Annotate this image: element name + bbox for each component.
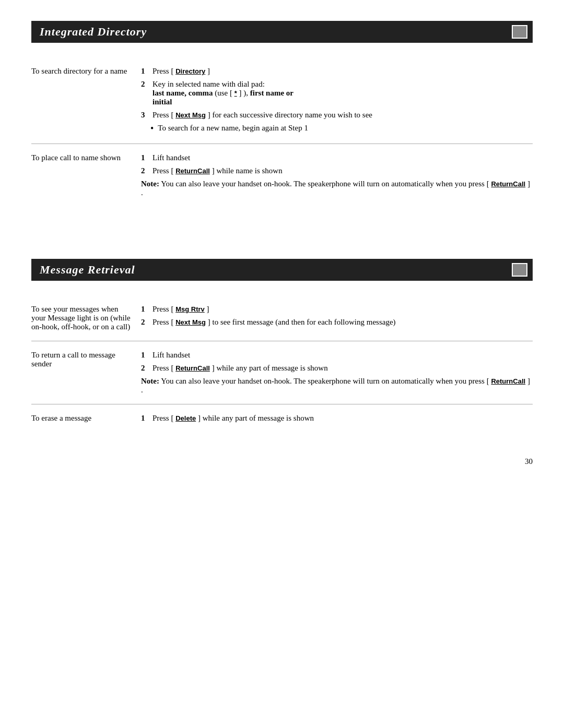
- section-title-integrated-directory: Integrated Directory: [40, 25, 147, 39]
- step-num-2: 3: [141, 111, 152, 120]
- page-number: 30: [31, 457, 533, 466]
- row-1: To return a call to message sender 1 Lif…: [31, 341, 533, 404]
- section-integrated-directory: Integrated Directory To search directory…: [31, 21, 533, 207]
- row-content-1: 1 Lift handset 2 Press [ ReturnCall ] wh…: [141, 351, 533, 395]
- step-text-1: Press [ ReturnCall ] while any part of m…: [152, 364, 533, 373]
- step-0: 1 Press [ Directory ]: [141, 67, 533, 76]
- step-text-2: Press [ Next Msg ] for each successive d…: [152, 111, 533, 120]
- page-content: Integrated Directory To search directory…: [31, 21, 533, 466]
- step-num-0: 1: [141, 351, 152, 360]
- step-num-1: 2: [141, 80, 152, 89]
- note-text: Note: You can also leave your handset on…: [141, 180, 533, 197]
- step-text-1: Press [ ReturnCall ] while name is shown: [152, 166, 533, 175]
- step-1: 2 Press [ ReturnCall ] while any part of…: [141, 364, 533, 373]
- section-header-message-retrieval: Message Retrieval: [31, 259, 533, 281]
- step-2: 3 Press [ Next Msg ] for each successive…: [141, 111, 533, 120]
- step-text-0: Lift handset: [152, 153, 533, 162]
- row-0: To see your messages when your Message l…: [31, 295, 533, 341]
- step-text-1: Key in selected name with dial pad:last …: [152, 80, 533, 106]
- step-1: 2 Key in selected name with dial pad:las…: [141, 80, 533, 106]
- section-header-box: [512, 263, 527, 277]
- step-text-0: Press [ Directory ]: [152, 67, 533, 76]
- step-num-1: 2: [141, 364, 152, 373]
- section-title-message-retrieval: Message Retrieval: [40, 263, 135, 277]
- step-1: 2 Press [ Next Msg ] to see first messag…: [141, 318, 533, 327]
- row-content-1: 1 Lift handset 2 Press [ ReturnCall ] wh…: [141, 153, 533, 197]
- step-0: 1 Lift handset: [141, 351, 533, 360]
- step-1: 2 Press [ ReturnCall ] while name is sho…: [141, 166, 533, 175]
- step-num-1: 2: [141, 318, 152, 327]
- section-header-box: [512, 25, 527, 39]
- row-content-0: 1 Press [ Msg Rtrv ] 2 Press [ Next Msg …: [141, 305, 533, 331]
- row-label-0: To see your messages when your Message l…: [31, 305, 141, 331]
- step-num-1: 2: [141, 166, 152, 175]
- step-0: 1 Press [ Msg Rtrv ]: [141, 305, 533, 314]
- note-text: Note: You can also leave your handset on…: [141, 377, 533, 395]
- step-0: 1 Lift handset: [141, 153, 533, 162]
- step-num-0: 1: [141, 414, 152, 423]
- row-label-1: To place call to name shown: [31, 153, 141, 162]
- step-text-0: Lift handset: [152, 351, 533, 360]
- row-0: To search directory for a name 1 Press […: [31, 57, 533, 144]
- row-label-2: To erase a message: [31, 414, 141, 423]
- step-text-1: Press [ Next Msg ] to see first message …: [152, 318, 533, 327]
- section-message-retrieval: Message Retrieval To see your messages w…: [31, 259, 533, 436]
- step-num-0: 1: [141, 153, 152, 162]
- step-num-0: 1: [141, 67, 152, 76]
- row-label-0: To search directory for a name: [31, 67, 141, 76]
- step-text-0: Press [ Delete ] while any part of messa…: [152, 414, 533, 423]
- step-num-0: 1: [141, 305, 152, 314]
- bullet-list: • To search for a new name, begin again …: [150, 124, 533, 134]
- row-2: To erase a message 1 Press [ Delete ] wh…: [31, 404, 533, 436]
- section-header-integrated-directory: Integrated Directory: [31, 21, 533, 43]
- step-text-0: Press [ Msg Rtrv ]: [152, 305, 533, 314]
- bullet-dot: •: [150, 124, 154, 134]
- row-content-2: 1 Press [ Delete ] while any part of mes…: [141, 414, 533, 427]
- row-1: To place call to name shown 1 Lift hands…: [31, 144, 533, 207]
- row-label-1: To return a call to message sender: [31, 351, 141, 368]
- bullet-text-0: To search for a new name, begin again at…: [158, 124, 308, 133]
- bullet-item-0: • To search for a new name, begin again …: [150, 124, 533, 134]
- step-0: 1 Press [ Delete ] while any part of mes…: [141, 414, 533, 423]
- row-content-0: 1 Press [ Directory ] 2 Key in selected …: [141, 67, 533, 134]
